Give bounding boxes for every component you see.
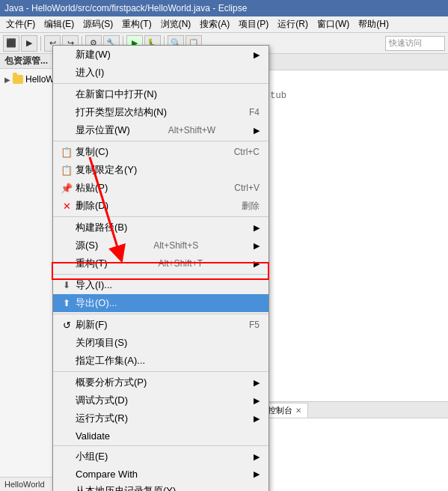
ctx-copy-qual-icon: 📋: [59, 165, 74, 176]
ctx-source-arrow: ▶: [254, 241, 260, 251]
ctx-sep-4: [53, 274, 269, 275]
ctx-sep-2: [53, 141, 269, 141]
menu-edit[interactable]: 编辑(E): [40, 16, 79, 32]
ctx-team-label: 小组(E): [76, 450, 108, 463]
ctx-copy-qualified[interactable]: 📋 复制限定名(Y): [53, 161, 269, 179]
copy-icon: 📋: [59, 147, 74, 158]
ctx-run[interactable]: 运行方式(R) ▶: [53, 409, 269, 427]
ctx-team[interactable]: 小组(E) ▶: [53, 448, 269, 466]
ctx-new[interactable]: 新建(W) ▶: [53, 46, 269, 64]
ctx-source-shortcut: Alt+Shift+S: [153, 240, 198, 251]
ctx-restore[interactable]: 从本地历史记录复原(Y)...: [53, 482, 269, 491]
ctx-team-arrow: ▶: [254, 452, 260, 462]
ctx-show-loc-label: 显示位置(W): [76, 123, 130, 137]
delete-icon: ✕: [59, 201, 74, 212]
ctx-show-location[interactable]: 显示位置(W) Alt+Shift+W ▶: [53, 121, 269, 139]
ctx-sep-7: [53, 445, 269, 446]
ctx-refactor[interactable]: 重构(T) Alt+Shift+T ▶: [53, 254, 269, 272]
ctx-refresh-label: 刷新(F): [76, 318, 108, 332]
ctx-validate[interactable]: Validate: [53, 427, 269, 444]
ctx-refresh-shortcut: F5: [249, 320, 260, 330]
tree-expand-arrow: ▶: [4, 76, 10, 84]
ctx-export[interactable]: ⬆ 导出(O)...: [53, 294, 269, 312]
ctx-paste-label: 粘贴(P): [76, 181, 108, 195]
ctx-compare-label: Compare With: [76, 469, 138, 480]
ctx-copy[interactable]: 📋 复制(C) Ctrl+C: [53, 143, 269, 161]
menu-search[interactable]: 搜索(A): [195, 16, 234, 32]
ctx-enter-label: 进入(I): [76, 66, 104, 79]
ctx-close-proj-label: 关闭项目(S): [76, 336, 127, 350]
tab-console-label: 控制台: [268, 405, 292, 416]
ctx-open-type-label: 打开类型层次结构(N): [76, 106, 167, 119]
title-bar: Java - HelloWorld/src/com/firstpack/Hell…: [0, 0, 448, 16]
ctx-build-arrow: ▶: [254, 223, 260, 233]
menu-refactor[interactable]: 重构(T): [117, 16, 156, 32]
folder-icon: [12, 73, 24, 85]
ctx-open-type-shortcut: F4: [249, 107, 260, 118]
ctx-show-loc-arrow: ▶: [254, 126, 260, 135]
ctx-run-label: 运行方式(R): [76, 412, 128, 425]
menu-project[interactable]: 项目(P): [234, 16, 273, 32]
ctx-refresh[interactable]: ↺ 刷新(F) F5: [53, 316, 269, 334]
export-icon: ⬆: [59, 298, 74, 308]
ctx-build-label: 构建路径(B): [76, 221, 127, 234]
ctx-debug-arrow: ▶: [254, 396, 260, 406]
toolbar-btn-1[interactable]: ⬛: [3, 35, 19, 52]
ctx-delete[interactable]: ✕ 删除(D) 删除: [53, 197, 269, 215]
ctx-restore-label: 从本地历史记录复原(Y)...: [76, 484, 184, 491]
ctx-new-window[interactable]: 在新窗口中打开(N): [53, 85, 269, 103]
menu-window[interactable]: 窗口(W): [313, 16, 354, 32]
ctx-source-label: 源(S): [76, 239, 98, 252]
tab-close-icon[interactable]: ✕: [295, 406, 301, 415]
menu-browse[interactable]: 浏览(N): [156, 16, 196, 32]
ctx-source[interactable]: 源(S) Alt+Shift+S ▶: [53, 237, 269, 254]
ctx-new-label: 新建(W): [76, 48, 111, 61]
quick-access-input[interactable]: 快速访问: [385, 36, 445, 51]
ctx-paste-shortcut: Ctrl+V: [234, 183, 260, 193]
ctx-import-label: 导入(I)...: [76, 278, 112, 292]
ctx-workset-label: 指定工作集(A)...: [76, 354, 145, 368]
ctx-workset[interactable]: 指定工作集(A)...: [53, 352, 269, 370]
menu-source[interactable]: 源码(S): [79, 16, 117, 32]
ctx-new-arrow: ▶: [254, 50, 260, 60]
ctx-copy-label: 复制(C): [76, 145, 108, 159]
ctx-refresh-icon: ↺: [59, 320, 74, 331]
ctx-compare-arrow: ▶: [254, 469, 260, 479]
ctx-paste[interactable]: 📌 粘贴(P) Ctrl+V: [53, 179, 269, 197]
ctx-profile-label: 概要分析方式(P): [76, 376, 147, 389]
menu-help[interactable]: 帮助(H): [354, 16, 393, 32]
ctx-sep-6: [53, 371, 269, 372]
menu-bar: 文件(F) 编辑(E) 源码(S) 重构(T) 浏览(N) 搜索(A) 项目(P…: [0, 16, 448, 33]
ctx-enter[interactable]: 进入(I): [53, 64, 269, 82]
ctx-sep-3: [53, 216, 269, 217]
ctx-profile[interactable]: 概要分析方式(P) ▶: [53, 373, 269, 391]
toolbar-btn-2[interactable]: ▶: [21, 35, 37, 52]
context-menu: 新建(W) ▶ 进入(I) 在新窗口中打开(N) 打开类型层次结构(N) F4 …: [52, 45, 269, 491]
ctx-close-project[interactable]: 关闭项目(S): [53, 334, 269, 352]
ctx-run-arrow: ▶: [254, 414, 260, 424]
menu-file[interactable]: 文件(F): [1, 16, 40, 32]
import-icon: ⬇: [59, 280, 74, 290]
paste-icon: 📌: [59, 183, 74, 194]
ctx-refactor-label: 重构(T): [76, 257, 108, 270]
ctx-build-path[interactable]: 构建路径(B) ▶: [53, 219, 269, 237]
ctx-show-loc-shortcut: Alt+Shift+W: [168, 125, 215, 135]
ctx-export-label: 导出(O)...: [76, 296, 117, 310]
toolbar-right: 快速访问: [385, 36, 445, 51]
ctx-open-type[interactable]: 打开类型层次结构(N) F4: [53, 103, 269, 121]
ctx-profile-arrow: ▶: [254, 378, 260, 388]
ctx-import[interactable]: ⬇ 导入(I)...: [53, 276, 269, 294]
title-text: Java - HelloWorld/src/com/firstpack/Hell…: [4, 3, 247, 13]
ctx-debug-label: 调试方式(D): [76, 394, 128, 407]
tree-item-label: HelloW: [25, 74, 55, 85]
ctx-sep-1: [53, 83, 269, 84]
ctx-sep-5: [53, 314, 269, 314]
ctx-compare[interactable]: Compare With ▶: [53, 466, 269, 482]
ctx-refactor-shortcut: Alt+Shift+T: [159, 258, 203, 269]
ctx-debug[interactable]: 调试方式(D) ▶: [53, 391, 269, 409]
ctx-validate-label: Validate: [76, 430, 110, 442]
ctx-delete-label: 删除(D): [76, 199, 108, 213]
ctx-new-window-label: 在新窗口中打开(N): [76, 88, 157, 101]
menu-run[interactable]: 运行(R): [273, 16, 313, 32]
ctx-copy-shortcut: Ctrl+C: [234, 147, 260, 157]
